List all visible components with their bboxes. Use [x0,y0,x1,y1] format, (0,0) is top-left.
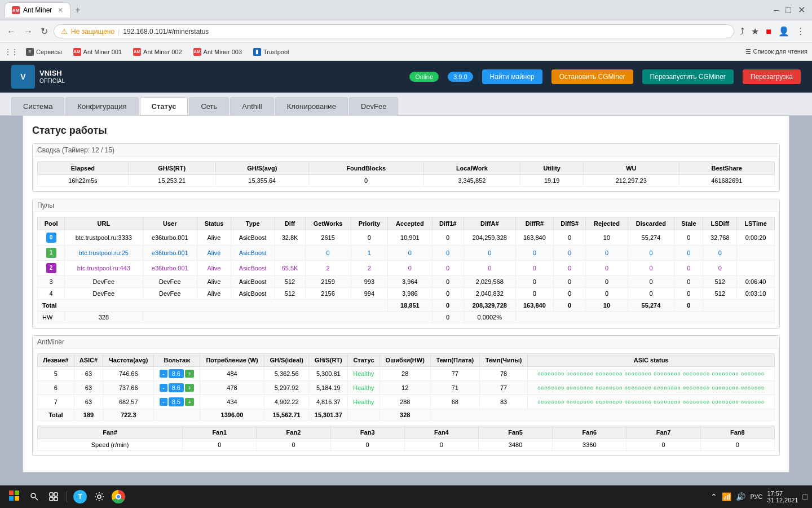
pool-discarded-4: 0 [628,288,674,300]
antminer-legend: AntMiner [33,336,779,349]
extension-button[interactable]: ■ [764,24,774,39]
forward-button[interactable]: → [21,24,35,39]
bookmark-antminer3[interactable]: AM Ant Miner 003 [190,47,245,57]
col-miner-status: Статус [348,354,380,367]
pool-discarded-0: 55,274 [628,230,674,246]
tray-notification[interactable]: □ [803,492,807,495]
antminer1-icon: AM [73,48,81,56]
pools-total-diffs: 0 [553,300,586,312]
col-rt: GH/S(RT) [309,354,348,367]
tray-arrow[interactable]: ⌃ [710,492,717,495]
share-button[interactable]: ⤴ [738,24,747,39]
col-diffa: DiffA# [464,217,515,230]
tab-network[interactable]: Сеть [189,97,229,115]
hw-val3: 0.0002% [464,312,515,323]
col-bestshare: BestShare [679,162,775,175]
volt-plus-6[interactable]: + [185,384,194,392]
pool-priority-4: 994 [351,288,387,300]
fan1-speed: 0 [183,439,257,451]
browser-tab[interactable]: AM Ant Miner ✕ [5,2,70,17]
localwork-value: 3,345,852 [423,175,520,187]
profile-button[interactable]: 👤 [776,24,792,39]
reboot-button[interactable]: Перезагрузка [743,69,801,84]
tab-close-button[interactable]: ✕ [58,6,63,14]
col-lstime: LSTime [737,217,775,230]
pool-badge-1: 1 [38,246,65,261]
tab-sistema[interactable]: Система [11,97,64,115]
new-tab-button[interactable]: + [70,3,85,17]
antminer-row-6: 6 63 737.66 - 8.6 + 478 5,297.92 5,1 [38,381,775,395]
volt-plus-5[interactable]: + [185,370,194,378]
menu-button[interactable]: ⋮ [794,24,807,39]
taskbar-search-icon[interactable] [26,488,43,495]
trustpool-icon: ▮ [253,48,261,56]
pool-priority-1: 1 [351,246,387,261]
back-button[interactable]: ← [5,24,18,39]
reload-button[interactable]: ↻ [38,24,50,39]
volt-minus-5[interactable]: - [160,370,167,378]
pool-diffr-4: 0 [515,288,553,300]
pool-priority-3: 993 [351,276,387,288]
volt-minus-7[interactable]: - [160,398,167,406]
pools-total-rejected: 10 [586,300,628,312]
tab-cloning[interactable]: Клонирование [275,97,348,115]
pool-url-3: DevFee [65,276,143,288]
pool-status-0: Alive [197,230,231,246]
col-diffs: DiffS# [553,217,586,230]
pool-diffa-4: 2,040,832 [464,288,515,300]
tab-devfee[interactable]: DevFee [349,97,399,115]
taskbar-chrome[interactable] [110,488,127,495]
col-rejected: Rejected [586,217,628,230]
pool-user-1: e36turbo.001 [143,246,197,261]
apps-button[interactable]: ⋮⋮ [5,48,18,56]
taskbar-settings[interactable] [91,488,108,495]
tab-status[interactable]: Статус [140,97,188,115]
minimize-button[interactable]: – [771,2,781,17]
col-user: User [143,217,197,230]
restart-cgminer-button[interactable]: Перезапустить CGMiner [642,69,734,84]
reading-list-label: Список для чтения [753,48,807,55]
pool-type-2: AsicBoost [231,261,275,276]
stop-cgminer-button[interactable]: Остановить CGMiner [551,69,633,84]
col-asic: ASIC# [74,354,103,367]
bookmark-services[interactable]: ≡ Сервисы [23,47,65,57]
bestshare-value: 461682691 [679,175,775,187]
rt-5: 5,300.81 [309,367,348,381]
pool-row-4: 4 DevFee DevFee Alive AsicBoost 512 2156… [38,288,775,300]
col-temp-board: Темп(Плата) [430,354,479,367]
start-button[interactable] [5,488,24,495]
taskbar-task-view[interactable] [45,488,62,495]
volt-plus-7[interactable]: + [185,398,194,406]
pool-diffr-0: 163,840 [515,230,553,246]
close-button[interactable]: ✕ [796,2,807,17]
asic-6: 63 [74,381,103,395]
taskbar-telegram[interactable]: T [72,488,89,495]
pool-url-0: btc.trustpool.ru:3333 [65,230,143,246]
volt-5: - 8.6 + [154,367,200,381]
hw-val2: 0 [432,312,464,323]
bookmark-antminer2[interactable]: AM Ant Miner 002 [130,47,185,57]
tray-network[interactable]: 📶 [722,492,731,495]
address-bar[interactable]: ⚠ Не защищено | 192.168.0.101/#/minersta… [54,24,734,38]
bookmark-button[interactable]: ★ [749,24,761,39]
tab-config[interactable]: Конфигурация [65,97,138,115]
pools-total-stale: 0 [674,300,703,312]
bookmark-trustpool[interactable]: ▮ Trustpool [250,47,292,57]
reading-list[interactable]: ☰ Список для чтения [745,48,807,55]
browser-nav: ← → ↻ ⚠ Не защищено | 192.168.0.101/#/mi… [0,20,812,43]
tab-anthill[interactable]: Anthill [230,97,273,115]
pool-diff1-3: 0 [432,276,464,288]
pool-num-4: 4 [38,288,65,300]
maximize-button[interactable]: □ [783,2,793,17]
col-type: Type [231,217,275,230]
pool-lsdiff-2: 0 [703,261,737,276]
tray-volume[interactable]: 🔊 [736,492,745,495]
fan4-speed: 0 [404,439,478,451]
pool-getworks-3: 2159 [305,276,351,288]
ideal-5: 5,362.56 [264,367,309,381]
volt-minus-6[interactable]: - [160,384,167,392]
find-miner-button[interactable]: Найти майнер [482,69,542,84]
pool-getworks-4: 2156 [305,288,351,300]
bookmark-antminer1[interactable]: AM Ant Miner 001 [70,47,125,57]
antminer2-icon: AM [133,48,141,56]
